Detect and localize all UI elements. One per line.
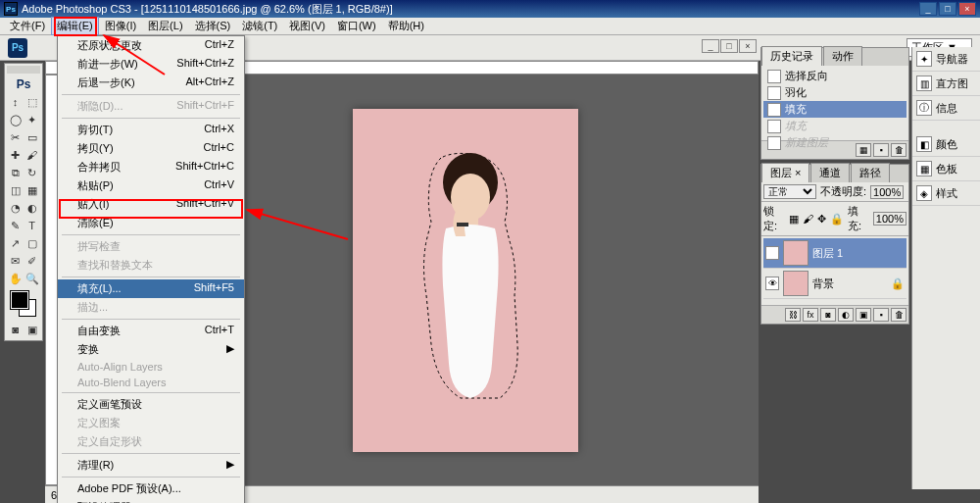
history-item[interactable]: 羽化 — [763, 84, 906, 101]
menu-item-R[interactable]: 清理(R)▶ — [58, 456, 244, 475]
menu-item-L[interactable]: 填充(L)...Shift+F5 — [58, 279, 244, 298]
dock-swatches[interactable]: ▦色板 — [912, 157, 980, 181]
history-brush-tool-icon[interactable]: ↻ — [24, 164, 40, 181]
shape-tool-icon[interactable]: ▢ — [24, 234, 40, 252]
tab-history[interactable]: 历史记录 — [761, 46, 822, 66]
layer-visibility-icon[interactable]: 👁 — [765, 277, 779, 290]
menu-filter[interactable]: 滤镜(T) — [236, 17, 283, 35]
stamp-tool-icon[interactable]: ⧉ — [7, 164, 24, 181]
menu-select[interactable]: 选择(S) — [189, 17, 237, 35]
lock-pixels-icon[interactable]: 🖌 — [803, 213, 813, 225]
pen-tool-icon[interactable]: ✎ — [7, 217, 24, 234]
menu-item-I[interactable]: 贴入(I)Shift+Ctrl+V — [58, 195, 244, 214]
menu-image[interactable]: 图像(I) — [99, 17, 142, 35]
menu-help[interactable]: 帮助(H) — [382, 17, 430, 35]
dock-info[interactable]: ⓘ信息 — [912, 96, 980, 121]
delete-layer-icon[interactable]: 🗑 — [891, 308, 906, 322]
menu-item-T[interactable]: 剪切(T)Ctrl+X — [58, 121, 244, 139]
opacity-label: 不透明度: — [820, 184, 866, 199]
adjustment-icon[interactable]: ◐ — [838, 308, 854, 322]
doc-minimize-button[interactable]: _ — [702, 39, 719, 53]
eraser-tool-icon[interactable]: ◫ — [7, 181, 24, 199]
color-swatch[interactable] — [11, 291, 36, 317]
dock-color[interactable]: ◧颜色 — [912, 132, 980, 157]
heal-tool-icon[interactable]: ✚ — [7, 146, 24, 164]
menu-item-[interactable]: 定义画笔预设 — [58, 395, 244, 414]
minimize-button[interactable]: _ — [919, 2, 937, 16]
menu-item-K[interactable]: 后退一步(K)Alt+Ctrl+Z — [58, 74, 244, 92]
dock-navigator[interactable]: ✦导航器 — [912, 47, 980, 72]
dock-styles[interactable]: ◈样式 — [912, 181, 980, 206]
blend-mode-select[interactable]: 正常 — [763, 184, 816, 199]
notes-tool-icon[interactable]: ✉ — [7, 252, 24, 270]
link-layers-icon[interactable]: ⛓ — [785, 308, 801, 322]
brush-tool-icon[interactable]: 🖌 — [24, 146, 40, 164]
eyedropper-tool-icon[interactable]: ✐ — [24, 252, 40, 270]
history-item[interactable]: 填充 — [763, 101, 906, 118]
menu-view[interactable]: 视图(V) — [283, 17, 331, 35]
slice-tool-icon[interactable]: ▭ — [24, 128, 40, 146]
lasso-tool-icon[interactable]: ◯ — [7, 111, 24, 128]
opacity-value[interactable]: 100% — [870, 185, 904, 199]
gradient-tool-icon[interactable]: ▦ — [24, 181, 40, 199]
path-tool-icon[interactable]: ↗ — [7, 234, 24, 252]
move-tool-icon[interactable]: ↕ — [7, 93, 24, 111]
wand-tool-icon[interactable]: ✦ — [24, 111, 40, 128]
tab-paths[interactable]: 路径 — [851, 163, 890, 182]
image-content — [402, 148, 539, 403]
dock-histogram[interactable]: ▥直方图 — [912, 72, 980, 96]
dodge-tool-icon[interactable]: ◐ — [24, 199, 40, 217]
group-icon[interactable]: ▣ — [856, 308, 871, 322]
menu-window[interactable]: 窗口(W) — [331, 17, 382, 35]
menu-item-W[interactable]: 前进一步(W)Shift+Ctrl+Z — [58, 55, 244, 74]
menu-item-E[interactable]: 清除(E) — [58, 214, 244, 232]
history-new-doc-icon[interactable]: ▪ — [873, 143, 889, 157]
doc-maximize-button[interactable]: □ — [720, 39, 738, 53]
menu-item-P[interactable]: 粘贴(P)Ctrl+V — [58, 176, 244, 195]
history-item[interactable]: 填充 — [763, 118, 906, 134]
lock-trans-icon[interactable]: ▦ — [789, 213, 799, 226]
blur-tool-icon[interactable]: ◔ — [7, 199, 24, 217]
layer-item[interactable]: 👁图层 1 — [763, 238, 906, 269]
menu-layer[interactable]: 图层(L) — [142, 17, 188, 35]
hand-tool-icon[interactable]: ✋ — [7, 270, 24, 287]
history-item[interactable]: 选择反向 — [763, 68, 906, 84]
foreground-color-swatch[interactable] — [11, 291, 28, 309]
menu-item-AutoBlendLayers: Auto-Blend Layers — [58, 375, 244, 390]
new-layer-icon[interactable]: ▪ — [873, 308, 889, 322]
tab-actions[interactable]: 动作 — [823, 46, 862, 66]
maximize-button[interactable]: □ — [939, 2, 956, 16]
quickmask-tool-icon[interactable]: ◙ — [7, 321, 24, 338]
crop-tool-icon[interactable]: ✂ — [7, 128, 24, 146]
history-delete-icon[interactable]: 🗑 — [891, 143, 906, 157]
lock-all-icon[interactable]: 🔒 — [830, 213, 844, 226]
menu-item-Y[interactable]: 拷贝(Y)Ctrl+C — [58, 139, 244, 158]
fx-icon[interactable]: fx — [803, 308, 818, 322]
document-canvas[interactable] — [353, 109, 578, 452]
zoom-tool-icon[interactable]: 🔍 — [24, 270, 40, 287]
tab-layers[interactable]: 图层 × — [761, 163, 809, 182]
menu-item-AdobePDFA[interactable]: Adobe PDF 预设(A)... — [58, 479, 244, 498]
toolbox-drag-handle[interactable] — [7, 66, 40, 74]
lock-position-icon[interactable]: ✥ — [817, 213, 826, 226]
marquee-tool-icon[interactable]: ⬚ — [24, 93, 40, 111]
menu-item-[interactable]: 变换▶ — [58, 340, 244, 359]
menu-item-M[interactable]: 预设管理器(M)... — [58, 498, 244, 503]
menu-item-[interactable]: 还原状态更改Ctrl+Z — [58, 36, 244, 55]
menu-file[interactable]: 文件(F) — [4, 17, 51, 35]
layer-item[interactable]: 👁背景🔒 — [763, 269, 906, 299]
menu-item-[interactable]: 合并拷贝Shift+Ctrl+C — [58, 158, 244, 176]
doc-close-button[interactable]: × — [739, 39, 757, 53]
mask-icon[interactable]: ◙ — [820, 308, 836, 322]
menu-edit[interactable]: 编辑(E) — [51, 17, 99, 35]
layer-visibility-icon[interactable]: 👁 — [765, 246, 779, 260]
tab-channels[interactable]: 通道 — [810, 163, 850, 182]
menu-item-[interactable]: 自由变换Ctrl+T — [58, 322, 244, 340]
type-tool-icon[interactable]: T — [24, 217, 40, 234]
screenmode-tool-icon[interactable]: ▣ — [24, 321, 40, 338]
history-new-snapshot-icon[interactable]: ▦ — [856, 143, 871, 157]
close-button[interactable]: × — [958, 2, 976, 16]
menu-item-AutoAlignLayers: Auto-Align Layers — [58, 359, 244, 375]
fill-value[interactable]: 100% — [873, 212, 906, 226]
fill-label: 填充: — [848, 204, 869, 233]
